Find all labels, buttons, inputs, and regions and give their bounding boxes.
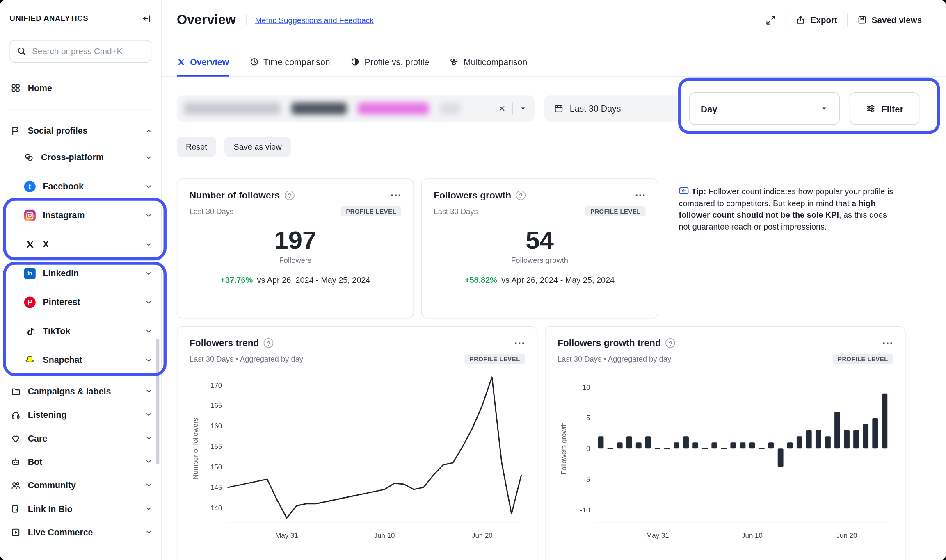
half-icon <box>351 57 360 66</box>
granularity-caret-icon <box>820 104 829 113</box>
followers-growth-trend-card: Followers growth trend Last 30 Days • Ag… <box>545 326 905 560</box>
collapse-sidebar-icon[interactable] <box>142 14 152 24</box>
kpi-card-followers-growth: Followers growth Last 30 Days PROFILE LE… <box>421 178 658 318</box>
chevdown-icon <box>145 458 153 465</box>
sidebar-item-instagram[interactable]: Instagram <box>0 201 161 230</box>
more-menu-icon[interactable] <box>635 192 645 198</box>
date-range-picker[interactable]: Last 30 Days <box>544 95 679 122</box>
livecommerce-icon <box>11 527 21 537</box>
sidebar-scrollbar[interactable] <box>156 339 159 464</box>
saved-icon <box>857 15 867 25</box>
tab-profile-vs-profile[interactable]: Profile vs. profile <box>351 47 429 77</box>
svg-text:155: 155 <box>210 443 222 451</box>
crossplatform-icon <box>24 153 34 162</box>
sidebar-item-campaigns-labels[interactable]: Campaigns & labels <box>0 379 161 403</box>
reset-button[interactable]: Reset <box>177 137 216 157</box>
sidebar-profiles: Cross-platformfFacebookInstagramXinLinke… <box>0 143 161 375</box>
sidebar-item-tiktok[interactable]: TikTok <box>0 316 161 346</box>
more-menu-icon[interactable] <box>391 192 401 198</box>
profile-selector[interactable] <box>177 95 535 122</box>
chevdown-icon <box>145 327 153 335</box>
filter-button[interactable]: Filter <box>850 92 919 125</box>
granularity-dropdown[interactable]: Day <box>689 92 840 125</box>
sidebar-item-care[interactable]: Care <box>0 426 161 450</box>
chevup-icon <box>145 127 153 135</box>
svg-text:Jun 10: Jun 10 <box>742 532 763 540</box>
feedback-link[interactable]: Metric Suggestions and Feedback <box>255 16 374 25</box>
sidebar-item-live-commerce[interactable]: Live Commerce <box>0 520 161 544</box>
search-input[interactable] <box>32 46 144 56</box>
svg-text:145: 145 <box>210 484 222 492</box>
tab-multicomparison[interactable]: Multicomparison <box>450 47 527 77</box>
export-icon <box>796 15 806 25</box>
sidebar-item-bot[interactable]: Bot <box>0 450 161 473</box>
help-icon[interactable] <box>264 338 274 348</box>
kpi-cards-row: Number of followers Last 30 Days PROFILE… <box>162 178 946 318</box>
sidebar-item-snapchat[interactable]: Snapchat <box>0 346 161 375</box>
sidebar-item-community[interactable]: Community <box>0 473 161 496</box>
kpi-delta: +37.76% <box>220 275 253 285</box>
filter-icon <box>866 104 875 114</box>
followers-trend-card: Followers trend Last 30 Days • Aggregate… <box>177 326 537 560</box>
sidebar-item-cross-platform[interactable]: Cross-platform <box>0 143 161 172</box>
snapchat-icon <box>24 354 36 366</box>
chevdown-icon <box>145 182 153 190</box>
campaigns-icon <box>11 386 21 396</box>
xlogo-icon <box>177 57 185 66</box>
chevdown-icon <box>145 211 153 219</box>
sidebar-item-link-in-bio[interactable]: Link In Bio <box>0 497 161 520</box>
sidebar-bottom-items: Campaigns & labelsListeningCareBotCommun… <box>0 379 161 544</box>
sidebar-item-home[interactable]: Home <box>0 76 161 100</box>
clock-icon <box>249 57 258 66</box>
sidebar-item-listening[interactable]: Listening <box>0 403 161 426</box>
home-icon <box>11 83 21 93</box>
brand-title: UNIFIED ANALYTICS <box>10 14 88 23</box>
help-icon[interactable] <box>516 191 526 200</box>
tab-bar: OverviewTime comparisonProfile vs. profi… <box>162 40 946 77</box>
svg-text:165: 165 <box>210 402 222 410</box>
svg-text:Jun 10: Jun 10 <box>374 532 395 540</box>
redacted-profile-chip <box>358 102 429 114</box>
chevdown-icon <box>145 387 153 395</box>
tab-overview[interactable]: Overview <box>177 47 229 77</box>
sidebar-section-social-profiles[interactable]: Social profiles <box>0 119 161 143</box>
page-title: Overview <box>177 12 236 27</box>
sidebar-item-x[interactable]: X <box>0 230 161 259</box>
svg-text:0: 0 <box>586 445 590 453</box>
chevdown-icon <box>145 481 153 489</box>
clear-profiles-icon[interactable] <box>498 104 507 113</box>
profile-level-badge: PROFILE LEVEL <box>465 354 525 364</box>
sidebar-item-facebook[interactable]: fFacebook <box>0 172 161 201</box>
multi-icon <box>450 57 459 66</box>
filter-row: Last 30 Days Day Filter <box>162 92 946 125</box>
chevdown-icon <box>145 153 153 161</box>
more-menu-icon[interactable] <box>882 340 893 346</box>
help-icon[interactable] <box>285 191 295 200</box>
export-button[interactable]: Export <box>796 15 837 25</box>
chevdown-icon <box>145 528 153 536</box>
more-menu-icon[interactable] <box>514 340 525 346</box>
tiktok-icon <box>24 325 36 337</box>
expand-view-icon[interactable] <box>766 15 776 25</box>
help-icon[interactable] <box>666 338 676 348</box>
kpi-value: 197 <box>190 226 401 255</box>
profile-selector-caret-icon[interactable] <box>519 104 528 113</box>
sidebar-item-linkedin[interactable]: inLinkedIn <box>0 259 161 288</box>
search-input-wrap[interactable] <box>10 40 152 63</box>
saved-views-button[interactable]: Saved views <box>857 15 922 25</box>
profile-level-badge: PROFILE LEVEL <box>833 354 893 364</box>
main-area: Overview Metric Suggestions and Feedback… <box>162 0 946 560</box>
tip-text: Tip: Follower count indicates how popula… <box>665 178 895 318</box>
trend-cards-row: Followers trend Last 30 Days • Aggregate… <box>162 326 946 560</box>
flag-icon <box>11 126 21 136</box>
sidebar-item-pinterest[interactable]: PPinterest <box>0 288 161 317</box>
kpi-value: 54 <box>434 226 645 255</box>
svg-text:160: 160 <box>210 422 222 430</box>
linkedin-icon: in <box>24 267 36 279</box>
svg-text:150: 150 <box>210 463 222 471</box>
chevdown-icon <box>145 411 153 419</box>
listening-icon <box>11 410 21 419</box>
tab-time-comparison[interactable]: Time comparison <box>249 47 330 77</box>
kpi-card-number-of-followers: Number of followers Last 30 Days PROFILE… <box>177 178 414 318</box>
save-as-view-button[interactable]: Save as view <box>225 137 291 157</box>
